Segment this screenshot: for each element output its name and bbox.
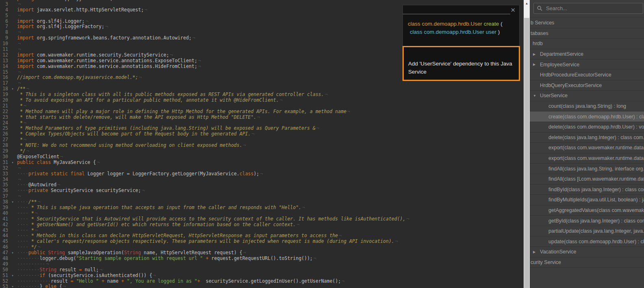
tree-item[interactable]: delete(class java.lang.Integer) : class … bbox=[530, 133, 644, 143]
code-line[interactable]: 45···· * caller's request/response objec… bbox=[0, 239, 524, 244]
code-line[interactable]: 29 */ bbox=[0, 148, 524, 154]
tree-item[interactable]: hrdb bbox=[530, 39, 644, 49]
code-line[interactable]: 51▾········if (securityService.isAuthent… bbox=[0, 273, 524, 279]
code-line[interactable]: 41···· * SecurityService that is Autowir… bbox=[0, 216, 524, 222]
code-line[interactable]: 26 * Complex Types/Objects will become p… bbox=[0, 131, 524, 137]
code-line[interactable]: 27 * bbox=[0, 137, 524, 143]
line-number: 3 bbox=[0, 2, 8, 7]
code-line[interactable]: 23 * that starts with delete/remove, wil… bbox=[0, 115, 524, 120]
fold-gutter bbox=[8, 262, 17, 267]
search-box[interactable] bbox=[533, 3, 643, 14]
code-line[interactable]: 20 * To avoid exposing an API for a part… bbox=[0, 98, 524, 103]
fold-arrow-icon[interactable]: ▾ bbox=[8, 199, 17, 205]
code-line[interactable]: 37 bbox=[0, 194, 524, 199]
fold-arrow-icon[interactable]: ▾ bbox=[8, 284, 17, 288]
fold-arrow-icon[interactable]: ▾ bbox=[8, 160, 17, 166]
tree-item[interactable]: ▶EmployeeService bbox=[530, 59, 644, 70]
code-line[interactable]: 17 bbox=[0, 81, 524, 86]
code-line[interactable]: 28 * NOTE: We do not recommend using met… bbox=[0, 143, 524, 148]
code-line[interactable]: 47▾····public String sampleJavaOperation… bbox=[0, 250, 524, 256]
code-line[interactable]: 53▾········} else { bbox=[0, 284, 524, 288]
close-icon[interactable]: ✕ bbox=[510, 7, 516, 14]
tree-item[interactable]: tabases bbox=[530, 28, 644, 39]
line-number: 52 bbox=[0, 279, 8, 284]
tree-item[interactable]: update(class com.demoapp.hrdb.User) : cl… bbox=[530, 236, 644, 247]
ide-screen: 2package com.demoapp.myjavaservice;34imp… bbox=[0, 0, 644, 288]
tree-item[interactable]: ▶VacationService bbox=[530, 247, 644, 257]
chevron-right-icon[interactable]: ▶ bbox=[533, 63, 540, 66]
tree-item[interactable]: getAggregatedValues(class com.wavemaker bbox=[530, 205, 644, 216]
tree-item-label: export(class com.wavemaker.runtime.data.… bbox=[548, 155, 644, 161]
scrollbar-thumb[interactable] bbox=[524, 18, 529, 288]
tree-item[interactable]: findAll(class java.lang.String, interfac… bbox=[530, 164, 644, 174]
tree-item[interactable]: ▼UserService bbox=[530, 91, 644, 101]
code-line[interactable]: 40···· * bbox=[0, 211, 524, 216]
code-line[interactable]: 34 bbox=[0, 177, 524, 183]
fold-gutter bbox=[8, 64, 17, 70]
editor-scrollbar[interactable]: ▲ bbox=[524, 0, 530, 288]
chevron-right-icon[interactable]: ▶ bbox=[533, 250, 540, 254]
code-text bbox=[17, 177, 524, 183]
code-line[interactable]: 19 * This is a singleton class with all … bbox=[0, 92, 524, 98]
line-number: 15 bbox=[0, 70, 8, 75]
code-line[interactable]: 46···· */ bbox=[0, 244, 524, 250]
tree-item-label: getAggregatedValues(class com.wavemaker bbox=[548, 207, 644, 213]
search-input[interactable] bbox=[545, 5, 640, 12]
fold-gutter bbox=[8, 19, 17, 24]
tree-item[interactable]: findAll(class [Lcom.wavemaker.runtime.da… bbox=[530, 174, 644, 185]
tree-item[interactable]: curity Service bbox=[530, 257, 644, 268]
fold-gutter bbox=[8, 239, 17, 244]
tree-item[interactable]: delete(class com.demoapp.hrdb.User) : vo… bbox=[530, 122, 644, 133]
tree-item[interactable]: create(class com.demoapp.hrdb.User) : cl… bbox=[530, 111, 644, 122]
code-line[interactable]: 18▾/** bbox=[0, 86, 524, 92]
fold-arrow-icon[interactable]: ▾ bbox=[8, 86, 17, 92]
fold-gutter bbox=[8, 171, 17, 177]
tree-item[interactable]: export(class com.wavemaker.runtime.data.… bbox=[530, 143, 644, 153]
code-line[interactable]: 44···· * Methods in this class can decla… bbox=[0, 233, 524, 239]
chevron-down-icon[interactable]: ▼ bbox=[533, 94, 540, 98]
tree-item[interactable]: getById(class java.lang.Integer) : class… bbox=[530, 216, 644, 226]
code-line[interactable]: 49·········· bbox=[0, 262, 524, 267]
code-line[interactable]: 24 * bbox=[0, 120, 524, 126]
line-number: 6 bbox=[0, 19, 8, 24]
chevron-right-icon[interactable]: ▶ bbox=[533, 52, 540, 56]
code-text: ····@Autowired bbox=[17, 182, 524, 188]
code-line[interactable]: 36····private SecurityService securitySe… bbox=[0, 188, 524, 194]
tree-item[interactable]: findByMultipleIds(java.util.List, boolea… bbox=[530, 195, 644, 205]
line-number: 24 bbox=[0, 120, 8, 126]
code-line[interactable]: 52············result = "Hello " + name +… bbox=[0, 279, 524, 284]
signature-return-type: class com.demoapp.hrdb.User bbox=[408, 21, 482, 27]
code-line[interactable]: 30@ExposeToClient bbox=[0, 154, 524, 160]
code-line[interactable]: 48········logger.debug("Starting sample … bbox=[0, 256, 524, 262]
tree-item[interactable]: ▶DepartmentService bbox=[530, 49, 644, 60]
scroll-up-arrow-icon[interactable]: ▲ bbox=[524, 0, 530, 7]
code-line[interactable]: 38▾····/** bbox=[0, 199, 524, 205]
fold-arrow-icon[interactable]: ▾ bbox=[8, 273, 17, 279]
tree-item[interactable]: count(class java.lang.String) : long bbox=[530, 101, 644, 112]
tree-item[interactable]: partialUpdate(class java.lang.Integer, j… bbox=[530, 226, 644, 237]
code-line[interactable]: 21 * bbox=[0, 103, 524, 109]
line-number: 44 bbox=[0, 233, 8, 239]
code-line[interactable]: 50········String result = null; bbox=[0, 267, 524, 273]
code-text: */ bbox=[17, 148, 524, 154]
code-line[interactable]: 33····private static final Logger logger… bbox=[0, 171, 524, 177]
code-text: ···· * SecurityService that is Autowired… bbox=[17, 216, 524, 222]
tree-item[interactable]: findById(class java.lang.Integer) : clas… bbox=[530, 185, 644, 195]
dependency-hint-box[interactable]: Add 'UserService' dependency to this Jav… bbox=[402, 46, 520, 81]
code-line[interactable]: 31▾public class MyJavaService { bbox=[0, 160, 524, 166]
code-line[interactable]: 22 * Method names will play a major role… bbox=[0, 109, 524, 115]
fold-arrow-icon[interactable]: ▾ bbox=[8, 250, 17, 256]
code-line[interactable]: 43···· * bbox=[0, 228, 524, 233]
code-line[interactable]: 35····@Autowired bbox=[0, 182, 524, 188]
tree-item[interactable]: b Services bbox=[530, 18, 644, 28]
code-line[interactable]: 25 * Method Parameters of type primitive… bbox=[0, 126, 524, 131]
line-number: 14 bbox=[0, 64, 8, 70]
tree-item[interactable]: HrdbQueryExecutorService bbox=[530, 81, 644, 91]
code-line[interactable]: 42···· * getUserName() and getUserId() e… bbox=[0, 222, 524, 228]
code-line[interactable]: 32 bbox=[0, 166, 524, 171]
code-text: ····public String sampleJavaOperation(St… bbox=[17, 250, 524, 256]
line-number: 47 bbox=[0, 250, 8, 256]
code-line[interactable]: 39···· * This is sample java operation t… bbox=[0, 205, 524, 211]
tree-item[interactable]: HrdbProcedureExecutorService bbox=[530, 70, 644, 81]
tree-item[interactable]: export(class com.wavemaker.runtime.data.… bbox=[530, 153, 644, 164]
